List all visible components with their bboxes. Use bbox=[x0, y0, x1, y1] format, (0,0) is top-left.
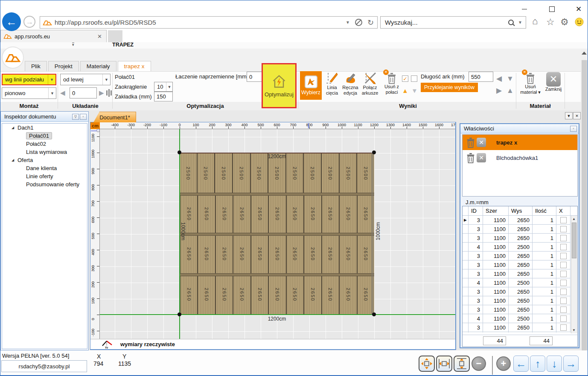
roof-sheet[interactable]: 2500 bbox=[285, 153, 303, 194]
chevron-down-icon[interactable]: ▼ bbox=[48, 88, 56, 98]
fit-all-button[interactable] bbox=[419, 356, 435, 372]
inspector-header[interactable]: Inspektor dokumentu ▽ ▫ bbox=[1, 112, 88, 122]
start-side-combo[interactable]: od lewej ▼ bbox=[60, 74, 111, 85]
join-sheets-button[interactable]: Połącz arkusze bbox=[360, 72, 380, 95]
corner-handle[interactable] bbox=[178, 150, 181, 154]
tree-item-Dach1[interactable]: ◢Dach1 bbox=[2, 124, 87, 132]
table-row[interactable]: 3110026501 bbox=[463, 287, 571, 296]
table-row[interactable]: 3110026501 bbox=[463, 296, 571, 305]
doc-area-dropdown-button[interactable]: ▼ bbox=[565, 112, 573, 119]
roof-sheet[interactable]: 2650 bbox=[339, 275, 356, 315]
roof-sheet[interactable]: 2650 bbox=[197, 234, 215, 275]
material-remove-button[interactable]: ✕ bbox=[477, 138, 486, 147]
browser-tab[interactable]: app.rsroofs.eu ✕ bbox=[0, 30, 107, 42]
ribbon-tab-Materiały[interactable]: Materiały bbox=[80, 61, 116, 71]
row-checkbox[interactable] bbox=[560, 315, 567, 322]
roof-sheet[interactable]: 2650 bbox=[233, 194, 250, 234]
pan-left-button[interactable]: ← bbox=[513, 356, 529, 372]
chevron-down-icon[interactable]: ▼ bbox=[166, 82, 172, 91]
roof-sheet[interactable]: 2650 bbox=[215, 234, 233, 275]
table-row[interactable]: ▶3110026501 bbox=[463, 216, 571, 225]
offset-increase-icon[interactable]: ▶ bbox=[99, 90, 104, 96]
roof-sheet[interactable]: 2650 bbox=[197, 275, 215, 315]
app-logo[interactable] bbox=[2, 46, 24, 69]
panel-collapse-icon[interactable]: ▾ bbox=[72, 43, 74, 47]
roof-sheet[interactable]: 2650 bbox=[197, 194, 215, 234]
browser-forward-button[interactable]: → bbox=[23, 16, 35, 28]
table-row[interactable]: 3110026501 bbox=[463, 260, 571, 269]
row-checkbox[interactable] bbox=[560, 217, 567, 223]
header-cell-X[interactable]: X bbox=[556, 206, 571, 215]
favorites-star-icon[interactable]: ☆ bbox=[546, 17, 555, 27]
roof-sheet[interactable]: 2650 bbox=[286, 194, 303, 234]
arrow-up-icon[interactable]: ▲ bbox=[506, 87, 514, 94]
corner-handle[interactable] bbox=[372, 150, 376, 154]
address-bar[interactable]: http://app.rsroofs.eu/pl/RSD5/RSD5 ▼ ↻ bbox=[40, 16, 378, 29]
scroll-down-icon[interactable]: ▼ bbox=[572, 328, 576, 332]
sheet-length-input[interactable]: 550 bbox=[469, 72, 493, 82]
snap-results-button[interactable]: Przyklejanie wyników bbox=[421, 83, 478, 92]
ribbon-tab-Plik[interactable]: Plik bbox=[25, 61, 47, 71]
table-row[interactable]: 3110026501 bbox=[463, 234, 571, 243]
tree-item-Lista-wymiarowa[interactable]: Lista wymiarowa bbox=[2, 148, 87, 156]
row-checkbox[interactable] bbox=[560, 271, 567, 277]
row-checkbox[interactable] bbox=[560, 253, 567, 259]
roof-sheet[interactable]: 2500 bbox=[250, 153, 268, 194]
manual-edit-button[interactable]: Ręczna edycja bbox=[341, 72, 359, 95]
corner-handle[interactable] bbox=[372, 312, 376, 316]
rounding-combo[interactable]: 10 ▼ bbox=[154, 82, 173, 92]
roof-sheet[interactable]: 2650 bbox=[339, 194, 356, 234]
inspector-minimize-icon[interactable]: ▫ bbox=[80, 114, 87, 120]
tree-item-Dane-klienta[interactable]: Dane klienta bbox=[2, 164, 87, 172]
tab-close-icon[interactable]: ✕ bbox=[97, 33, 102, 40]
move-down-icon[interactable]: ▼ bbox=[411, 87, 418, 94]
tree-expander-icon[interactable]: ◢ bbox=[12, 158, 14, 162]
header-cell-ID[interactable]: ID bbox=[469, 206, 483, 215]
roof-sheet[interactable]: 2650 bbox=[303, 234, 321, 275]
roof-sheet[interactable]: 2650 bbox=[268, 194, 285, 234]
roof-sheet[interactable]: 2650 bbox=[180, 275, 197, 315]
browser-scroll-thumb[interactable] bbox=[582, 60, 587, 354]
pan-up-button[interactable]: ↑ bbox=[530, 356, 545, 372]
table-row[interactable]: 4110025001 bbox=[463, 314, 571, 323]
home-icon[interactable]: ⌂ bbox=[532, 17, 538, 26]
roof-sheet[interactable]: 2650 bbox=[321, 275, 339, 315]
alt-join-input[interactable]: 0 bbox=[247, 72, 262, 82]
roof-sheet[interactable]: 2650 bbox=[233, 275, 250, 315]
document-tab[interactable]: Document1* bbox=[93, 112, 136, 122]
table-row[interactable]: 4110025001 bbox=[463, 243, 571, 252]
overlap-input[interactable]: 150 bbox=[154, 92, 173, 101]
arrow-down-icon[interactable]: ▼ bbox=[506, 75, 514, 82]
row-checkbox[interactable] bbox=[560, 235, 567, 241]
division-mode-combo[interactable]: wg linii podziału ▼ bbox=[2, 74, 56, 85]
row-checkbox[interactable] bbox=[560, 324, 567, 331]
chevron-down-icon[interactable]: ▼ bbox=[48, 75, 55, 84]
search-box[interactable]: Wyszukaj... ▼ bbox=[380, 16, 526, 29]
stop-icon[interactable] bbox=[355, 19, 362, 26]
table-row[interactable]: 3110026501 bbox=[463, 305, 571, 314]
roof-sheet[interactable]: 2650 bbox=[321, 234, 339, 275]
optimize-button[interactable]: Optymalizuj bbox=[262, 63, 297, 108]
roof-sheet[interactable]: 2650 bbox=[233, 234, 250, 275]
roof-sheet[interactable]: 2650 bbox=[321, 194, 339, 234]
roof-sheet[interactable]: 2500 bbox=[232, 153, 250, 194]
table-row[interactable]: 4110025001 bbox=[463, 278, 571, 287]
address-dropdown-icon[interactable]: ▼ bbox=[346, 20, 350, 25]
inspector-collapse-icon[interactable]: ▽ bbox=[72, 114, 79, 120]
offset-input[interactable]: 0 bbox=[70, 87, 97, 98]
fit-height-button[interactable] bbox=[454, 356, 470, 372]
roof-sheet[interactable]: 2500 bbox=[180, 153, 197, 194]
roof-sheet[interactable]: 2500 bbox=[321, 153, 339, 194]
roof-sheet[interactable]: 2500 bbox=[303, 153, 321, 194]
header-cell-Wys[interactable]: Wys bbox=[509, 206, 533, 215]
table-row[interactable]: 3110026501 bbox=[463, 269, 571, 278]
header-cell-Ilość[interactable]: Ilość bbox=[533, 206, 556, 215]
zoom-out-button[interactable]: − bbox=[472, 356, 486, 371]
doc-area-close-button[interactable]: ✕ bbox=[573, 112, 581, 119]
roof-sheet[interactable]: 2500 bbox=[214, 153, 232, 194]
roof-sheet[interactable]: 2650 bbox=[215, 275, 233, 315]
scrollbar-up-icon[interactable] bbox=[582, 52, 587, 55]
scroll-up-icon[interactable]: ▲ bbox=[572, 217, 576, 221]
tree-item-Połać01[interactable]: Połać01 bbox=[2, 132, 87, 140]
roof-slope-drawing[interactable]: 2500250025002500250025002500250025002500… bbox=[180, 153, 374, 315]
